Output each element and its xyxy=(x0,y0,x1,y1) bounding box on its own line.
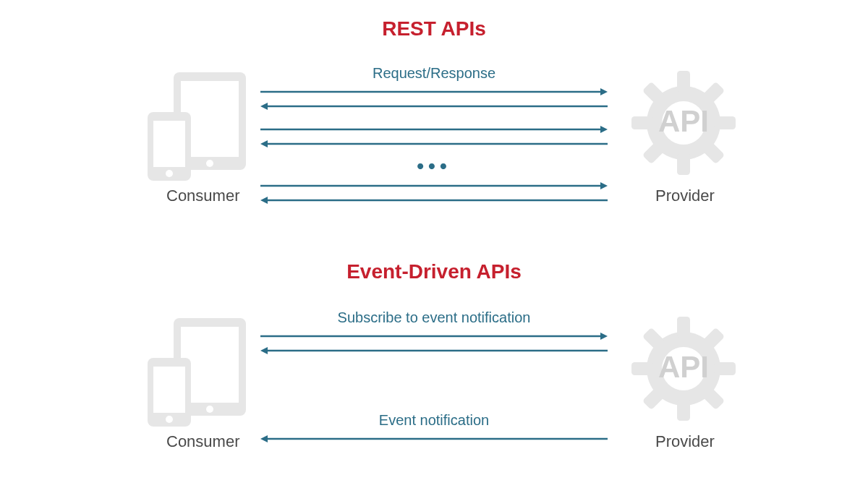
gear-api-text-event: API xyxy=(658,350,709,384)
request-response-label: Request/Response xyxy=(260,65,608,82)
svg-rect-10 xyxy=(714,116,736,129)
svg-rect-9 xyxy=(631,116,653,129)
svg-point-30 xyxy=(206,406,213,413)
event-notification-label: Event notification xyxy=(260,412,608,429)
arrow-right-subscribe xyxy=(260,331,608,341)
arrow-left-subscribe-ack xyxy=(260,346,608,356)
svg-marker-23 xyxy=(260,140,268,147)
consumer-devices-icon xyxy=(145,72,246,184)
svg-marker-17 xyxy=(600,88,608,95)
title-event-apis: Event-Driven APIs xyxy=(0,260,868,283)
arrow-left-event-notification xyxy=(260,434,608,444)
arrow-right-1 xyxy=(260,87,608,97)
svg-marker-47 xyxy=(260,347,268,354)
svg-point-2 xyxy=(206,160,213,167)
svg-rect-35 xyxy=(677,317,690,338)
svg-marker-27 xyxy=(260,197,268,204)
provider-gear-icon-event: API xyxy=(629,314,738,426)
svg-point-33 xyxy=(166,416,173,423)
consumer-label-event: Consumer xyxy=(166,432,239,451)
provider-label-event: Provider xyxy=(655,432,715,451)
subscribe-label: Subscribe to event notification xyxy=(260,309,608,326)
svg-rect-32 xyxy=(153,367,185,413)
svg-marker-45 xyxy=(600,333,608,340)
arrow-right-3 xyxy=(260,181,608,191)
ellipsis-dots: ••• xyxy=(260,155,608,178)
provider-label-rest: Provider xyxy=(655,187,715,205)
consumer-label-rest: Consumer xyxy=(166,187,239,205)
svg-rect-7 xyxy=(677,71,690,93)
svg-marker-25 xyxy=(600,182,608,189)
arrow-left-2 xyxy=(260,139,608,149)
svg-marker-49 xyxy=(260,435,268,442)
gear-api-text-rest: API xyxy=(658,104,709,138)
provider-gear-icon: API xyxy=(629,69,738,180)
svg-point-5 xyxy=(166,170,173,177)
svg-rect-38 xyxy=(714,362,736,375)
svg-rect-4 xyxy=(153,121,185,167)
svg-marker-19 xyxy=(260,103,268,110)
consumer-devices-icon-event xyxy=(145,318,246,429)
arrow-right-2 xyxy=(260,124,608,134)
title-rest-apis: REST APIs xyxy=(0,17,868,40)
svg-rect-8 xyxy=(677,153,690,175)
svg-rect-36 xyxy=(677,399,690,421)
svg-rect-37 xyxy=(631,362,653,375)
svg-marker-21 xyxy=(600,126,608,133)
arrow-left-3 xyxy=(260,195,608,205)
arrow-left-1 xyxy=(260,101,608,111)
